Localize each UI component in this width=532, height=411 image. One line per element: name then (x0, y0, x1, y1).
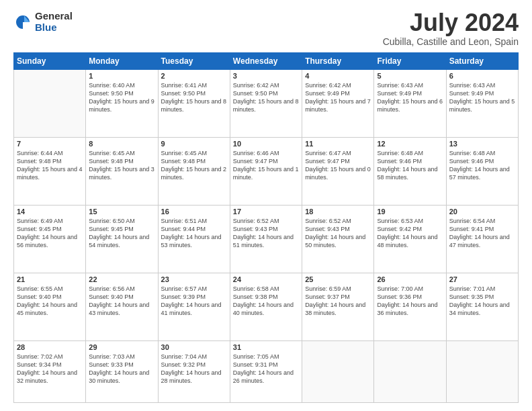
calendar-cell: 30Sunrise: 7:04 AM Sunset: 9:32 PM Dayli… (158, 340, 230, 402)
cell-info: Sunrise: 6:49 AM Sunset: 9:45 PM Dayligh… (17, 217, 83, 250)
cell-info: Sunrise: 6:45 AM Sunset: 9:48 PM Dayligh… (89, 149, 154, 182)
calendar-cell: 18Sunrise: 6:52 AM Sunset: 9:43 PM Dayli… (302, 205, 374, 273)
calendar-cell (374, 340, 446, 402)
calendar-cell: 17Sunrise: 6:52 AM Sunset: 9:43 PM Dayli… (230, 205, 302, 273)
day-number: 26 (377, 275, 443, 283)
calendar-cell: 25Sunrise: 6:59 AM Sunset: 9:37 PM Dayli… (302, 273, 374, 340)
day-number: 2 (161, 72, 227, 80)
cell-info: Sunrise: 6:56 AM Sunset: 9:40 PM Dayligh… (89, 285, 154, 318)
calendar-cell: 27Sunrise: 7:01 AM Sunset: 9:35 PM Dayli… (446, 273, 518, 340)
weekday-header: Wednesday (230, 53, 302, 70)
calendar-cell: 14Sunrise: 6:49 AM Sunset: 9:45 PM Dayli… (14, 205, 86, 273)
day-number: 30 (161, 343, 227, 351)
cell-info: Sunrise: 6:54 AM Sunset: 9:41 PM Dayligh… (449, 217, 515, 250)
calendar-cell: 16Sunrise: 6:51 AM Sunset: 9:44 PM Dayli… (158, 205, 230, 273)
day-number: 7 (17, 140, 83, 148)
cell-info: Sunrise: 6:44 AM Sunset: 9:48 PM Dayligh… (17, 149, 83, 182)
cell-info: Sunrise: 6:41 AM Sunset: 9:50 PM Dayligh… (161, 81, 227, 114)
calendar-cell: 31Sunrise: 7:05 AM Sunset: 9:31 PM Dayli… (230, 340, 302, 402)
cell-info: Sunrise: 6:42 AM Sunset: 9:50 PM Dayligh… (233, 81, 299, 114)
day-number: 6 (449, 72, 515, 80)
calendar-cell: 7Sunrise: 6:44 AM Sunset: 9:48 PM Daylig… (14, 137, 86, 205)
cell-info: Sunrise: 7:04 AM Sunset: 9:32 PM Dayligh… (161, 353, 227, 385)
weekday-header: Monday (86, 53, 158, 70)
day-number: 29 (89, 343, 154, 351)
page: General Blue July 2024 Cubilla, Castille… (0, 0, 532, 411)
cell-info: Sunrise: 6:59 AM Sunset: 9:37 PM Dayligh… (305, 285, 371, 318)
day-number: 24 (233, 275, 299, 283)
day-number: 8 (89, 140, 154, 148)
day-number: 15 (89, 208, 154, 216)
calendar-cell (302, 340, 374, 402)
calendar-body: 1Sunrise: 6:40 AM Sunset: 9:50 PM Daylig… (14, 70, 519, 403)
day-number: 16 (161, 208, 227, 216)
location: Cubilla, Castille and Leon, Spain (383, 36, 519, 47)
calendar-cell: 1Sunrise: 6:40 AM Sunset: 9:50 PM Daylig… (86, 70, 158, 138)
cell-info: Sunrise: 7:03 AM Sunset: 9:33 PM Dayligh… (89, 353, 154, 385)
calendar-cell: 10Sunrise: 6:46 AM Sunset: 9:47 PM Dayli… (230, 137, 302, 205)
logo-icon (13, 13, 32, 32)
cell-info: Sunrise: 6:50 AM Sunset: 9:45 PM Dayligh… (89, 217, 154, 250)
logo-text: General Blue (35, 11, 73, 33)
title-block: July 2024 Cubilla, Castille and Leon, Sp… (383, 11, 519, 47)
calendar-cell: 29Sunrise: 7:03 AM Sunset: 9:33 PM Dayli… (86, 340, 158, 402)
cell-info: Sunrise: 6:48 AM Sunset: 9:46 PM Dayligh… (377, 149, 443, 182)
calendar-cell: 6Sunrise: 6:43 AM Sunset: 9:49 PM Daylig… (446, 70, 518, 138)
cell-info: Sunrise: 6:51 AM Sunset: 9:44 PM Dayligh… (161, 217, 227, 250)
weekday-header: Tuesday (158, 53, 230, 70)
cell-info: Sunrise: 6:43 AM Sunset: 9:49 PM Dayligh… (377, 81, 443, 114)
calendar-cell: 26Sunrise: 7:00 AM Sunset: 9:36 PM Dayli… (374, 273, 446, 340)
calendar-week-row: 21Sunrise: 6:55 AM Sunset: 9:40 PM Dayli… (14, 273, 519, 340)
day-number: 10 (233, 140, 299, 148)
calendar-week-row: 1Sunrise: 6:40 AM Sunset: 9:50 PM Daylig… (14, 70, 519, 138)
calendar-cell: 3Sunrise: 6:42 AM Sunset: 9:50 PM Daylig… (230, 70, 302, 138)
weekday-header: Saturday (446, 53, 518, 70)
cell-info: Sunrise: 6:43 AM Sunset: 9:49 PM Dayligh… (449, 81, 515, 114)
day-number: 5 (377, 72, 443, 80)
day-number: 23 (161, 275, 227, 283)
calendar-cell: 28Sunrise: 7:02 AM Sunset: 9:34 PM Dayli… (14, 340, 86, 402)
calendar-week-row: 28Sunrise: 7:02 AM Sunset: 9:34 PM Dayli… (14, 340, 519, 402)
calendar-cell: 9Sunrise: 6:45 AM Sunset: 9:48 PM Daylig… (158, 137, 230, 205)
calendar-cell: 11Sunrise: 6:47 AM Sunset: 9:47 PM Dayli… (302, 137, 374, 205)
weekday-header: Friday (374, 53, 446, 70)
calendar-table: SundayMondayTuesdayWednesdayThursdayFrid… (13, 52, 519, 403)
day-number: 27 (449, 275, 515, 283)
cell-info: Sunrise: 6:42 AM Sunset: 9:49 PM Dayligh… (305, 81, 371, 114)
cell-info: Sunrise: 7:02 AM Sunset: 9:34 PM Dayligh… (17, 353, 83, 385)
day-number: 11 (305, 140, 371, 148)
weekday-header: Sunday (14, 53, 86, 70)
cell-info: Sunrise: 6:48 AM Sunset: 9:46 PM Dayligh… (449, 149, 515, 182)
calendar-cell: 13Sunrise: 6:48 AM Sunset: 9:46 PM Dayli… (446, 137, 518, 205)
calendar-cell: 23Sunrise: 6:57 AM Sunset: 9:39 PM Dayli… (158, 273, 230, 340)
calendar-week-row: 14Sunrise: 6:49 AM Sunset: 9:45 PM Dayli… (14, 205, 519, 273)
weekday-header: Thursday (302, 53, 374, 70)
cell-info: Sunrise: 6:55 AM Sunset: 9:40 PM Dayligh… (17, 285, 83, 318)
calendar-cell: 21Sunrise: 6:55 AM Sunset: 9:40 PM Dayli… (14, 273, 86, 340)
month-title: July 2024 (383, 11, 519, 35)
day-number: 28 (17, 343, 83, 351)
logo: General Blue (13, 11, 73, 33)
day-number: 18 (305, 208, 371, 216)
day-number: 13 (449, 140, 515, 148)
calendar-cell: 2Sunrise: 6:41 AM Sunset: 9:50 PM Daylig… (158, 70, 230, 138)
day-number: 17 (233, 208, 299, 216)
cell-info: Sunrise: 6:57 AM Sunset: 9:39 PM Dayligh… (161, 285, 227, 318)
day-number: 9 (161, 140, 227, 148)
day-number: 25 (305, 275, 371, 283)
day-number: 1 (89, 72, 154, 80)
cell-info: Sunrise: 6:47 AM Sunset: 9:47 PM Dayligh… (305, 149, 371, 182)
calendar-header-row: SundayMondayTuesdayWednesdayThursdayFrid… (14, 53, 519, 70)
day-number: 4 (305, 72, 371, 80)
calendar-week-row: 7Sunrise: 6:44 AM Sunset: 9:48 PM Daylig… (14, 137, 519, 205)
cell-info: Sunrise: 7:05 AM Sunset: 9:31 PM Dayligh… (233, 353, 299, 385)
cell-info: Sunrise: 6:58 AM Sunset: 9:38 PM Dayligh… (233, 285, 299, 318)
calendar-cell: 5Sunrise: 6:43 AM Sunset: 9:49 PM Daylig… (374, 70, 446, 138)
logo-general: General (35, 11, 73, 22)
logo-blue: Blue (35, 22, 73, 34)
day-number: 12 (377, 140, 443, 148)
cell-info: Sunrise: 6:52 AM Sunset: 9:43 PM Dayligh… (233, 217, 299, 250)
cell-info: Sunrise: 7:00 AM Sunset: 9:36 PM Dayligh… (377, 285, 443, 318)
day-number: 14 (17, 208, 83, 216)
day-number: 22 (89, 275, 154, 283)
